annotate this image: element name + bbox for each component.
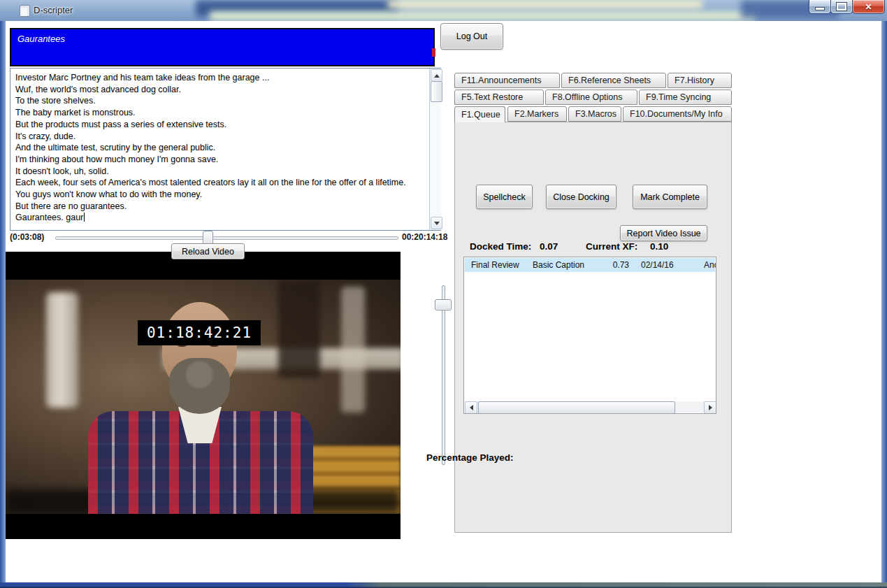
elapsed-time-label: (0:03:08) (10, 232, 44, 242)
tab-announcements[interactable]: F11.Announcements (454, 73, 560, 88)
scroll-up-button[interactable] (431, 69, 442, 82)
close-docking-button[interactable]: Close Docking (546, 185, 616, 209)
end-timecode-label: 00:20:14:18 (402, 232, 447, 242)
docked-time-label: Docked Time: 0.07 (470, 241, 558, 252)
scrollbar-thumb[interactable] (431, 81, 442, 102)
close-button[interactable]: ✕ (852, 0, 885, 14)
report-video-issue-button[interactable]: Report Video Issue (620, 225, 707, 241)
queue-horizontal-scrollbar[interactable] (465, 401, 715, 413)
window-border-bottom (0, 582, 887, 588)
transcript-vertical-scrollbar[interactable] (429, 69, 441, 230)
glass-reflection (210, 11, 755, 21)
transcript-line: And the ultimate test, scrutiny by the g… (15, 142, 424, 154)
scrollbar-thumb[interactable] (478, 401, 675, 414)
transcript-line: You guys won't know what to do with the … (15, 189, 424, 201)
speaker-beard (169, 358, 230, 414)
tab-time-syncing[interactable]: F9.Time Syncing (639, 89, 732, 105)
background-machinery (341, 287, 365, 413)
transcript-line: But the products must pass a series of e… (15, 119, 424, 131)
tab-offline-options[interactable]: F8.Offline Options (545, 89, 637, 105)
docked-time-caption: Docked Time: (470, 241, 531, 252)
transcript-line: Investor Marc Portney and his team take … (15, 72, 424, 84)
arrow-down-icon (434, 222, 440, 225)
vertical-slider-thumb[interactable] (435, 299, 452, 310)
queue-cell-truncated: Anc (704, 260, 716, 270)
window-title: D-scripter (34, 5, 73, 15)
text-cursor (84, 213, 85, 222)
reload-video-button[interactable]: Reload Video (171, 243, 245, 259)
tab-macros[interactable]: F3.Macros (568, 106, 621, 122)
transcript-line: It's crazy, dude. (15, 131, 424, 143)
maximize-button[interactable] (830, 0, 853, 14)
transcript-line: It doesn't look, uh, solid. (15, 166, 424, 178)
maximize-icon (837, 3, 846, 10)
docked-time-value: 0.07 (540, 241, 558, 252)
scroll-left-button[interactable] (465, 401, 477, 414)
current-xf-label: Current XF: 0.10 (586, 241, 668, 252)
arrow-right-icon (709, 405, 712, 410)
background-machinery (278, 280, 320, 378)
close-icon: ✕ (865, 2, 872, 12)
tab-text-restore[interactable]: F5.Text Restore (454, 89, 544, 105)
arrow-up-icon (434, 74, 440, 78)
glass-reflection (388, 0, 702, 8)
queue-list[interactable]: Final Review Basic Caption 0.73 02/14/16… (463, 257, 716, 414)
queue-cell-duration: 0.73 (605, 260, 629, 270)
current-caption-text: Gaurantees (17, 34, 65, 44)
transcript-line: Gaurantees. gaur (15, 212, 424, 224)
background-pipe (46, 292, 78, 408)
tab-history[interactable]: F7.History (668, 73, 732, 88)
tab-reference-sheets[interactable]: F6.Reference Sheets (561, 73, 666, 88)
title-bar[interactable]: D-scripter ✕ (0, 0, 887, 21)
queue-cell-stage: Final Review (471, 260, 519, 270)
tab-markers[interactable]: F2.Markers (507, 106, 567, 122)
tab-documents-my-info[interactable]: F10.Documents/My Info (623, 106, 732, 122)
transcript-line: To the store shelves. (15, 95, 424, 107)
transcript-line: But there are no guarantees. (15, 201, 424, 213)
scroll-right-button[interactable] (704, 401, 716, 414)
video-player[interactable]: 01:18:42:21 (6, 252, 401, 539)
log-out-button[interactable]: Log Out (440, 23, 503, 50)
burned-in-timecode: 01:18:42:21 (138, 320, 261, 345)
scroll-down-button[interactable] (431, 217, 442, 229)
minimize-button[interactable] (809, 0, 831, 14)
window-border-left (0, 21, 6, 582)
vertical-slider-track[interactable] (442, 285, 445, 465)
current-caption-banner: Gaurantees (10, 28, 435, 66)
minimize-icon (815, 7, 825, 10)
tab-queue[interactable]: F1.Queue (454, 106, 505, 122)
transcript-line: The baby market is monstrous. (15, 107, 424, 119)
transcript-line: Wuf, the world's most advanced dog colla… (15, 84, 424, 96)
spellcheck-button[interactable]: Spellcheck (476, 185, 533, 209)
playback-slider-track[interactable] (55, 236, 398, 240)
video-frame: 01:18:42:21 (6, 280, 401, 514)
transcript-line: I'm thinking about how much money I'm go… (15, 154, 424, 166)
arrow-left-icon (470, 405, 473, 410)
transcript-line-text: Gaurantees. gaur (15, 213, 83, 222)
app-document-icon (20, 5, 30, 17)
mark-complete-button[interactable]: Mark Complete (633, 185, 707, 209)
transcript-line: Each week, four sets of America's most t… (15, 177, 424, 189)
window-border-right (881, 21, 887, 582)
percentage-played-label: Percentage Played: (426, 452, 514, 463)
queue-row-selected[interactable]: Final Review Basic Caption 0.73 02/14/16… (465, 258, 715, 272)
queue-cell-service: Basic Caption (533, 260, 584, 270)
current-xf-value: 0.10 (650, 241, 668, 252)
queue-cell-date: 02/14/16 (641, 260, 674, 270)
caption-marker-tick (432, 48, 435, 57)
current-xf-caption: Current XF: (586, 241, 637, 252)
transcript-editor[interactable]: Investor Marc Portney and his team take … (10, 68, 441, 231)
